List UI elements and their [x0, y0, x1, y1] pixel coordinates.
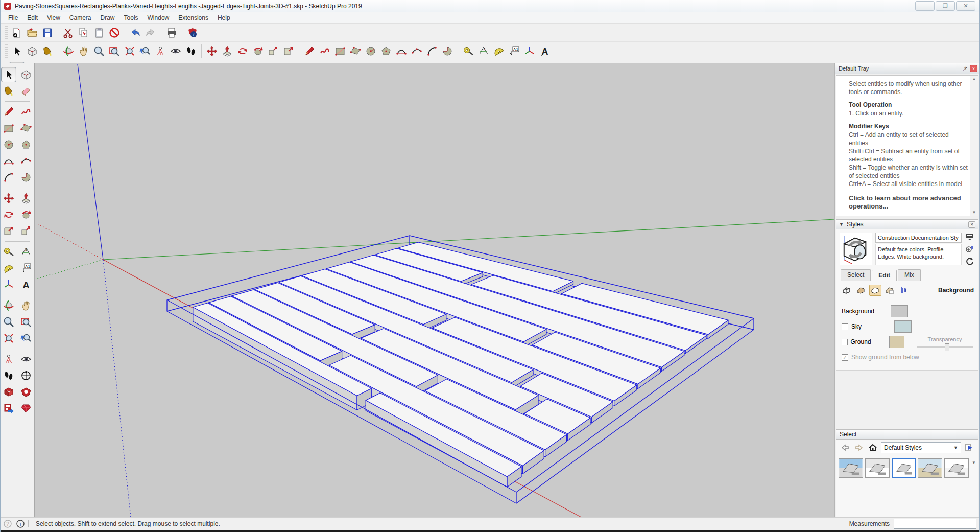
style-name-field[interactable]: Construction Documentation Sty — [875, 233, 962, 243]
extension-warehouse-tool[interactable] — [18, 401, 34, 416]
arc-3pt-button[interactable] — [409, 43, 424, 59]
menu-edit[interactable]: Edit — [22, 13, 42, 22]
back-arrow-icon[interactable] — [840, 443, 851, 453]
section-plane-tool[interactable] — [18, 368, 34, 383]
rectangle-tool[interactable] — [1, 121, 16, 136]
claim-credit-icon[interactable]: i — [16, 520, 25, 528]
open-button[interactable] — [25, 25, 40, 40]
tab-edit[interactable]: Edit — [872, 270, 897, 281]
dimension-tool[interactable]: 3 — [18, 244, 34, 260]
arc-button[interactable] — [424, 43, 440, 59]
polygon-tool[interactable] — [18, 137, 34, 152]
collapse-arrow-icon[interactable]: ▼ — [839, 222, 844, 227]
style-preview-thumbnail[interactable] — [840, 233, 872, 265]
position-camera-button[interactable] — [153, 43, 168, 59]
rotate-tool[interactable] — [1, 207, 16, 222]
style-thumb-1[interactable] — [839, 458, 863, 478]
rectangle-button[interactable] — [332, 43, 348, 59]
3d-text-tool[interactable]: A — [18, 277, 34, 292]
styles-collection-dropdown[interactable]: Default Styles ▼ — [881, 442, 961, 453]
zoom-extents-tool[interactable] — [1, 331, 16, 346]
rotate-button[interactable] — [235, 43, 250, 59]
background-settings-icon[interactable] — [869, 285, 881, 296]
rotated-rectangle-tool[interactable] — [18, 121, 34, 136]
look-around-tool[interactable] — [18, 352, 34, 367]
zoom-window-tool[interactable] — [18, 314, 34, 330]
follow-me-button[interactable] — [250, 43, 266, 59]
measurements-input[interactable] — [894, 519, 976, 529]
menu-draw[interactable]: Draw — [96, 13, 119, 22]
forward-arrow-icon[interactable] — [853, 443, 865, 453]
update-style-icon[interactable] — [966, 257, 974, 265]
zoom-button[interactable] — [91, 43, 107, 59]
pin-icon[interactable]: 📌︎ — [962, 65, 968, 72]
styles-close-icon[interactable]: ✕ — [968, 221, 975, 228]
tool-select[interactable] — [9, 43, 25, 59]
move-tool[interactable] — [1, 191, 16, 206]
ground-checkbox[interactable] — [842, 339, 848, 345]
offset-tool[interactable] — [1, 223, 16, 239]
3d-warehouse-tool[interactable] — [1, 384, 16, 400]
orbit-tool[interactable] — [1, 298, 16, 313]
pie-tool[interactable] — [18, 170, 34, 185]
minimize-button[interactable]: — — [915, 1, 935, 11]
share-model-tool[interactable] — [18, 384, 34, 400]
freehand-button[interactable] — [317, 43, 332, 59]
edge-settings-icon[interactable] — [841, 285, 853, 296]
zoom-previous-tool[interactable] — [18, 331, 34, 346]
style-thumb-3[interactable] — [892, 458, 916, 478]
instructor-scrollbar[interactable]: ▲ ▼ — [970, 76, 978, 216]
protractor-button[interactable] — [491, 43, 507, 59]
text-button[interactable]: A1 — [507, 43, 522, 59]
menu-camera[interactable]: Camera — [65, 13, 96, 22]
background-color-swatch[interactable] — [891, 305, 908, 317]
zoom-window-button[interactable] — [107, 43, 122, 59]
pan-tool[interactable] — [18, 298, 34, 313]
zoom-tool[interactable] — [1, 314, 16, 330]
freehand-tool[interactable] — [18, 104, 34, 120]
tab-mix[interactable]: Mix — [898, 269, 921, 281]
scale-tool[interactable] — [18, 223, 34, 239]
make-component-button[interactable] — [25, 43, 40, 59]
menu-view[interactable]: View — [42, 13, 65, 22]
modeling-settings-icon[interactable] — [898, 285, 910, 296]
transparency-slider[interactable] — [917, 346, 973, 348]
orbit-button[interactable] — [61, 43, 76, 59]
walk-button[interactable] — [183, 43, 199, 59]
watermark-settings-icon[interactable] — [883, 285, 896, 296]
menu-tools[interactable]: Tools — [119, 13, 143, 22]
offset-button[interactable] — [281, 43, 296, 59]
arc-2pt-tool[interactable] — [1, 153, 16, 169]
push-pull-button[interactable] — [220, 43, 235, 59]
close-button[interactable]: ✕ — [956, 1, 975, 11]
send-to-layout-tool[interactable] — [1, 401, 16, 416]
follow-me-tool[interactable] — [18, 207, 34, 222]
new-button[interactable] — [9, 25, 25, 40]
menu-extensions[interactable]: Extensions — [174, 13, 213, 22]
print-button[interactable] — [164, 25, 179, 40]
eraser-tool[interactable] — [18, 83, 34, 99]
erase-button[interactable] — [107, 25, 122, 40]
advanced-operations-link[interactable]: Click to learn about more advanced opera… — [849, 194, 968, 211]
circle-tool[interactable] — [1, 137, 16, 152]
model-viewport[interactable] — [34, 63, 834, 517]
3d-text-button[interactable]: A — [537, 43, 553, 59]
move-button[interactable] — [204, 43, 220, 59]
paint-bucket-tool[interactable] — [1, 83, 16, 99]
sky-checkbox[interactable] — [842, 323, 848, 330]
line-button[interactable] — [302, 43, 317, 59]
pan-button[interactable] — [76, 43, 91, 59]
axes-tool[interactable] — [1, 277, 16, 292]
paste-button[interactable] — [91, 25, 107, 40]
copy-button[interactable] — [76, 25, 91, 40]
text-tool[interactable]: A1 — [18, 261, 34, 276]
show-ground-checkbox[interactable]: ✓ — [842, 354, 848, 361]
sky-color-swatch[interactable] — [894, 320, 912, 333]
position-camera-tool[interactable] — [1, 352, 16, 367]
menu-window[interactable]: Window — [143, 13, 174, 22]
paint-bucket-button[interactable] — [40, 43, 55, 59]
tape-measure-tool[interactable] — [1, 244, 16, 260]
axes-button[interactable] — [522, 43, 537, 59]
toolbar-drag-handle[interactable] — [5, 26, 8, 39]
arc-2pt-button[interactable] — [394, 43, 409, 59]
